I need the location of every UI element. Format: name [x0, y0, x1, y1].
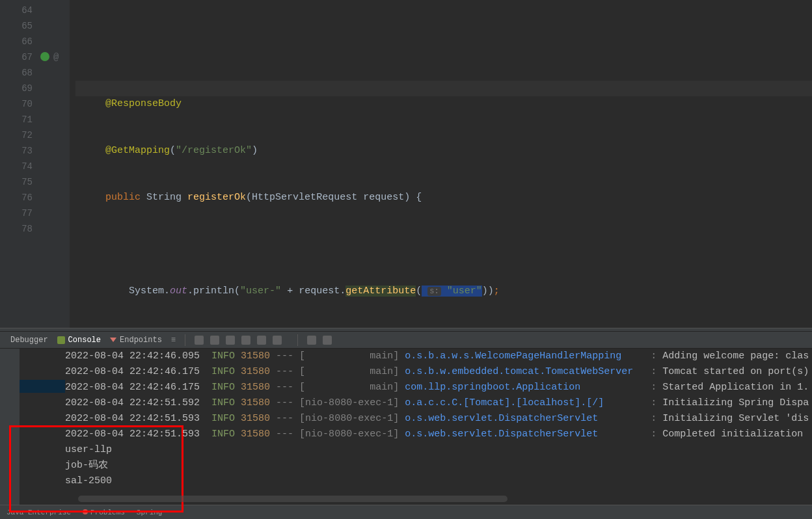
annotation-column: @: [36, 0, 69, 328]
param-name: request: [363, 192, 404, 203]
code-editor[interactable]: 646566676869707172737475767778 @ @Respon…: [0, 0, 812, 328]
evaluate-icon[interactable]: [307, 336, 316, 345]
get-attribute-call: getAttribute: [345, 286, 416, 297]
spring-bean-icon: [40, 52, 49, 61]
override-at-icon: @: [53, 52, 59, 62]
system-ref: System: [129, 286, 164, 297]
horizontal-scrollbar[interactable]: [78, 496, 508, 502]
tab-debugger-label: Debugger: [10, 336, 48, 345]
tab-endpoints[interactable]: Endpoints: [110, 336, 162, 345]
tab-console[interactable]: Console: [57, 336, 101, 345]
annotation-responsebody: @ResponseBody: [105, 98, 182, 109]
run-to-cursor-icon[interactable]: [273, 336, 282, 345]
endpoints-icon: [110, 338, 116, 342]
status-problems[interactable]: Problems: [83, 509, 125, 516]
status-spring[interactable]: Spring: [137, 509, 163, 516]
status-java-enterprise[interactable]: Java Enterprise: [7, 509, 71, 516]
method-name: registerOk: [187, 192, 246, 203]
println-call: println: [193, 286, 234, 297]
tab-console-label: Console: [68, 336, 101, 345]
problems-icon: [83, 509, 88, 514]
code-area[interactable]: @ResponseBody @GetMapping("/registerOk")…: [75, 0, 812, 328]
param-hint: s:: [427, 287, 440, 296]
step-over-icon[interactable]: [195, 336, 204, 345]
tool-tabs: Debugger Console Endpoints ≡: [0, 332, 812, 349]
fold-column: [69, 0, 75, 328]
status-bar: Java Enterprise Problems Spring: [0, 505, 812, 519]
drop-frame-icon[interactable]: [257, 336, 266, 345]
step-out-icon[interactable]: [241, 336, 250, 345]
console-icon: [57, 336, 65, 344]
selected-frame[interactable]: [20, 380, 65, 393]
tab-debugger[interactable]: Debugger: [10, 336, 48, 345]
return-type: String: [146, 192, 182, 203]
force-step-icon[interactable]: [226, 336, 235, 345]
trace-icon[interactable]: [323, 336, 332, 345]
annotation-getmapping: @GetMapping: [105, 145, 170, 156]
param-type: HttpServletRequest: [252, 192, 357, 203]
frame-strip: [20, 349, 65, 505]
kw-public: public: [105, 192, 141, 203]
line-number-gutter: 646566676869707172737475767778: [0, 0, 36, 328]
str-user: "user": [447, 286, 482, 297]
mapping-path: "/registerOk": [176, 145, 252, 156]
request-ref: request: [299, 286, 340, 297]
str-user-pref: "user-": [240, 286, 281, 297]
out-field: out: [170, 286, 187, 297]
run-gutter: [0, 349, 20, 505]
console-output[interactable]: 2022-08-04 22:42:46.095 INFO 31580 --- […: [65, 349, 812, 505]
tab-endpoints-label: Endpoints: [120, 336, 162, 345]
step-into-icon[interactable]: [210, 336, 219, 345]
console-panel: 2022-08-04 22:42:46.095 INFO 31580 --- […: [0, 349, 812, 505]
